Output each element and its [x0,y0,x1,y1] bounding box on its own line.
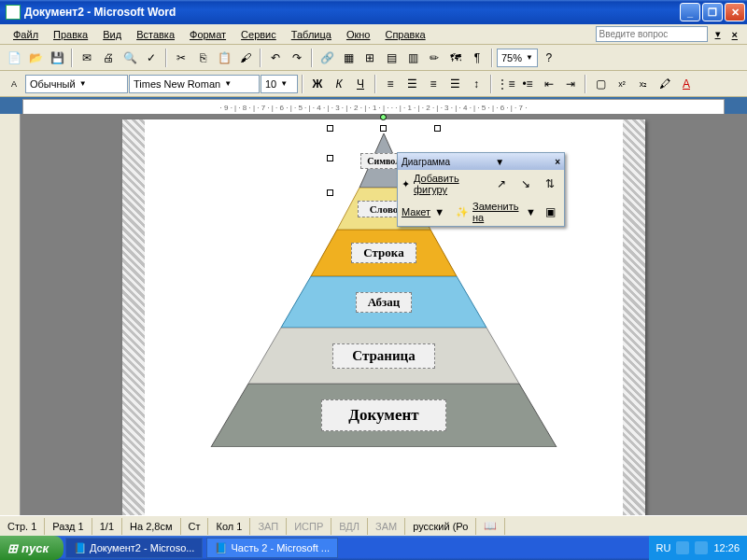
pyramid-level-2-label[interactable]: Строка [351,243,416,263]
window-close-doc[interactable]: × [728,29,741,40]
tray-clock[interactable]: 12:26 [713,542,740,553]
columns-button[interactable]: ▥ [402,48,423,68]
subscript-button[interactable]: x₂ [633,74,654,94]
spellcheck-button[interactable]: ✓ [141,48,162,68]
save-button[interactable]: 💾 [47,48,67,68]
align-right-button[interactable]: ≡ [423,74,444,94]
document-area: Символ Слово [0,114,747,515]
start-button[interactable]: ⊞ пуск [0,536,63,560]
maximize-button[interactable]: ❐ [702,3,723,21]
status-trk[interactable]: ИСПР [287,518,331,535]
system-tray[interactable]: RU 12:26 [649,536,747,560]
insert-table-button[interactable]: ⊞ [359,48,380,68]
doc-map-button[interactable]: 🗺 [445,48,466,68]
tray-icon-1[interactable] [676,541,689,554]
menu-format[interactable]: Формат [182,27,233,42]
line-spacing-button[interactable]: ↕ [466,74,486,94]
italic-button[interactable]: К [329,74,349,94]
align-center-button[interactable]: ☰ [402,74,422,94]
show-marks-button[interactable]: ¶ [467,48,487,68]
reverse-button[interactable]: ⇅ [540,174,560,194]
diagram-toolbar-options-arrow[interactable]: ▼ [495,157,504,167]
excel-button[interactable]: ▤ [381,48,402,68]
status-language[interactable]: русский (Ро [405,518,476,535]
add-shape-button[interactable]: Добавить фигуру [414,173,487,195]
open-button[interactable]: 📂 [25,48,46,68]
borders-button[interactable]: ▢ [590,74,611,94]
styles-pane-button[interactable]: A [4,74,24,94]
tray-lang-indicator[interactable]: RU [656,542,671,553]
status-spellcheck-icon[interactable]: 📖 [476,518,505,535]
move-down-button[interactable]: ↘ [515,174,536,194]
mail-button[interactable]: ✉ [77,48,97,68]
font-color-button[interactable]: A [676,74,697,94]
diagram-toolbar-header[interactable]: Диаграмма ▼ × [398,153,564,170]
status-section: Разд 1 [45,518,92,535]
tray-icon-2[interactable] [695,541,708,554]
move-up-button[interactable]: ↗ [491,174,512,194]
font-combo[interactable]: Times New Roman▼ [129,75,260,93]
menu-view[interactable]: Вид [95,27,129,42]
paste-button[interactable]: 📋 [214,48,234,68]
increase-indent-button[interactable]: ⇥ [560,74,581,94]
highlight-button[interactable]: 🖍 [655,74,675,94]
superscript-button[interactable]: x² [612,74,632,94]
page-scroll-container[interactable]: Символ Слово [21,114,747,515]
underline-button[interactable]: Ч [350,74,371,94]
undo-button[interactable]: ↶ [265,48,286,68]
help-button[interactable]: ? [539,48,559,68]
diagram-toolbar-close-icon[interactable]: × [555,157,560,167]
status-ovr[interactable]: ЗАМ [368,518,405,535]
menu-window[interactable]: Окно [339,27,378,42]
drawing-button[interactable]: ✏ [424,48,444,68]
help-question-input[interactable] [596,26,708,42]
minimize-button[interactable]: _ [680,3,700,21]
status-ext[interactable]: ВДЛ [331,518,368,535]
word-doc-icon: 📘 [74,542,87,554]
pyramid-level-4-label[interactable]: Страница [332,343,434,369]
zoom-combo[interactable]: 75%▼ [497,49,538,67]
style-combo[interactable]: Обычный▼ [25,75,128,93]
pyramid-level-3-label[interactable]: Абзац [356,292,412,313]
menu-edit[interactable]: Правка [46,27,95,42]
status-at: На 2,8см [122,518,180,535]
add-shape-icon: ✦ [402,178,410,190]
vertical-ruler[interactable] [0,114,21,515]
menu-tools[interactable]: Сервис [233,27,284,42]
menu-help[interactable]: Справка [377,27,432,42]
word-doc-icon: 📘 [215,542,228,554]
menu-file[interactable]: Файл [6,27,46,42]
help-dropdown-arrow[interactable]: ▾ [708,26,728,42]
diagram-floating-toolbar[interactable]: Диаграмма ▼ × ✦ Добавить фигуру ↗ ↘ ⇅ Ма… [397,152,565,227]
layout-menu[interactable]: Макет [402,206,430,217]
tables-borders-button[interactable]: ▦ [338,48,359,68]
taskbar-task-0[interactable]: 📘 Документ2 - Microso... [65,538,203,558]
align-left-button[interactable]: ≡ [380,74,401,94]
justify-button[interactable]: ☰ [444,74,465,94]
document-page[interactable]: Символ Слово [122,119,645,515]
print-button[interactable]: 🖨 [98,48,119,68]
new-doc-button[interactable]: 📄 [4,48,24,68]
menu-table[interactable]: Таблица [284,27,339,42]
bullets-button[interactable]: •≡ [517,74,538,94]
hyperlink-button[interactable]: 🔗 [317,48,337,68]
status-bar: Стр. 1 Разд 1 1/1 На 2,8см Ст Кол 1 ЗАП … [0,515,747,536]
change-to-menu[interactable]: Заменить на [472,201,522,223]
bold-button[interactable]: Ж [307,74,328,94]
numbering-button[interactable]: ⋮≡ [496,74,516,94]
taskbar-task-1[interactable]: 📘 Часть 2 - Microsoft ... [206,538,338,558]
status-rec[interactable]: ЗАП [250,518,287,535]
pyramid-level-5-label[interactable]: Документ [321,399,445,431]
menu-insert[interactable]: Вставка [129,27,182,42]
font-size-combo[interactable]: 10▼ [261,75,298,93]
copy-button[interactable]: ⎘ [192,48,213,68]
decrease-indent-button[interactable]: ⇤ [539,74,559,94]
word-app-icon [6,5,21,20]
fit-text-button[interactable]: ▣ [540,202,560,222]
close-button[interactable]: ✕ [725,3,745,21]
autoformat-icon[interactable]: ✨ [456,206,469,218]
format-painter-button[interactable]: 🖌 [235,48,256,68]
cut-button[interactable]: ✂ [171,48,191,68]
redo-button[interactable]: ↷ [287,48,307,68]
print-preview-button[interactable]: 🔍 [120,48,140,68]
